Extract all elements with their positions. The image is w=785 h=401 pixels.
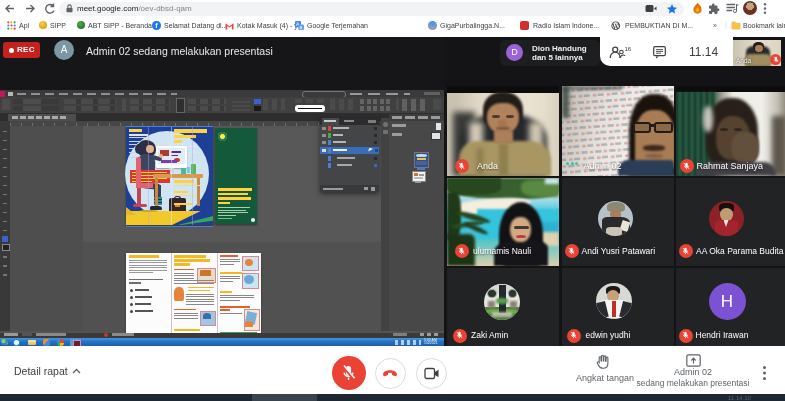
svg-text:16: 16 (625, 45, 632, 51)
svg-text:a: a (300, 25, 303, 30)
